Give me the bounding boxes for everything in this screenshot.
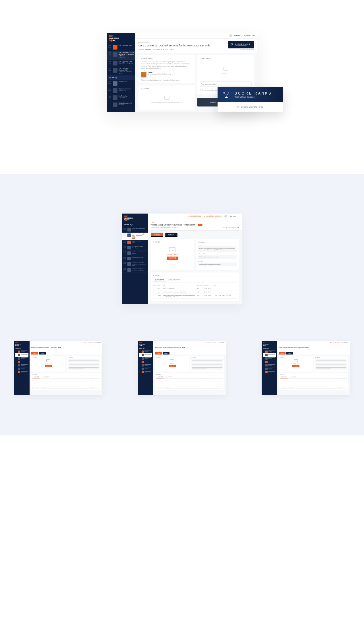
sidebar-item[interactable]: 16:4517:00 Core Commerce: Our Full Servi…: [122, 261, 148, 267]
sidebar-item[interactable]: 14:0014:05 Alibaba Group Strategy (New R…: [122, 233, 148, 240]
sidebar-item[interactable]: 17:1417:16 Core Commerce : Our Full Serv…: [107, 51, 135, 60]
sidebar-item[interactable]: 09:4310:05 Alibaba Cloud: [107, 80, 135, 87]
sidebar-item[interactable]: 14:3015:15 Maggie's Remarks - Maggie: [122, 240, 148, 245]
live-badge: Live: [198, 224, 202, 226]
sidebar-item[interactable]: 10:0510:50 Digital Entertainment- Pingka…: [107, 87, 135, 94]
username-label[interactable]: Username: [230, 216, 236, 217]
myscore-value: 123: [252, 35, 255, 36]
chevron-down-icon[interactable]: ▾: [239, 216, 239, 217]
sidebar-item[interactable]: 15:1515:20 Core Commerce: Tmall: [122, 256, 148, 261]
sidebar-scroll[interactable]: 15:1318:05 Core Commerce : Tmall 17:1417…: [107, 44, 135, 112]
question-item: Tomas 10:01Afmzhe jhdfhis a ,wukvizuhuvz…: [198, 245, 237, 252]
session-meta: Speaker: Jiang Fan Time: 15:45-16:15 Dat…: [138, 49, 254, 50]
sidebar-item[interactable]: 17:1317:16 Core Commerce : Panel – Brand…: [107, 60, 135, 67]
sidebar-item[interactable]: ——: [15, 370, 28, 374]
sidebar: 2017 INVESTOR D⬤AY 15:1318:05 Core Comme…: [107, 33, 135, 112]
food-icon: 🍽: [210, 101, 212, 103]
sidebar-item[interactable]: ——: [139, 367, 152, 370]
anonymous-checkbox[interactable]: Ask an anonymous question: [200, 89, 220, 91]
start-bigscreen-button[interactable]: 开始大屏幕: [167, 257, 178, 260]
col-name: 昵称: [157, 284, 162, 287]
sidebar-item[interactable]: ——: [15, 364, 28, 367]
callout-view-link[interactable]: ◎ Click to view the ranks: [218, 102, 283, 112]
open-questions-button[interactable]: 开放提问: [151, 233, 163, 237]
questions-table: 排序 昵称 问题 是否采纳 提问时间 操作 1 Eric This is a q…: [153, 284, 237, 299]
session-meta: Speaker: Daniel Time: 14:00-14:05 Date: …: [151, 227, 239, 228]
play-icon: [46, 359, 50, 362]
sidebar-item[interactable]: ——: [15, 360, 28, 364]
sidebar-item[interactable]: 15:1515:20 Core Commerce: Metric Forecas…: [122, 251, 148, 256]
sidebar-item[interactable]: ——: [15, 357, 28, 360]
sidebar-item[interactable]: 17:4518:05 Core Commerce : Discussion Q&…: [107, 67, 135, 76]
brief-speaker-card: ◎ Brief & Speaker Lorem ipsum dolor sit …: [138, 55, 195, 83]
avatar-icon[interactable]: [229, 34, 232, 37]
score-ranks-callout: SCORE RANKS Top 5 will win the prize ◎ C…: [218, 87, 283, 112]
card-header: ☰ 提问管理: [153, 275, 237, 276]
sidebar-item[interactable]: ——: [263, 360, 276, 364]
username-label[interactable]: Username: [234, 35, 240, 36]
op-link[interactable]: ↑ 置顶: [222, 295, 225, 296]
sidebar-item[interactable]: ——: [263, 367, 276, 370]
session-hero: < Live Alibaba Group Strategy (New Retai…: [148, 219, 242, 231]
col-question: 问题: [162, 284, 197, 287]
thumb-icon: [113, 88, 117, 93]
sidebar-item[interactable]: ——: [263, 370, 276, 374]
sidebar-item[interactable]: ——: [15, 367, 28, 370]
thumb-main: ⊕ ———⊕ ————Username ▾ < Live Alibaba Gro…: [30, 341, 102, 395]
sidebar-item[interactable]: ——: [139, 364, 152, 367]
sidebar-item[interactable]: 11:2812:30 Eco Technology- Jeff Zhang: [107, 94, 135, 101]
thumb-sidebar: 2017INVESTORD⬤AY June 8th, Day 1 —— —— —…: [138, 341, 153, 395]
thumb-icon: [113, 103, 117, 107]
sidebar-item[interactable]: ——: [139, 357, 152, 360]
op-link[interactable]: 永不采纳: [226, 295, 231, 296]
breadcrumb[interactable]: < Live: [151, 222, 239, 223]
thumbnail-2: 2017INVESTORD⬤AY June 8th, Day 1 —— —— —…: [138, 341, 226, 395]
op-link[interactable]: ↓ 下移: [218, 295, 221, 296]
sidebar-item[interactable]: 13:0013:10 Alibaba: An Ecosystem Beh... …: [122, 227, 148, 233]
sidebar-item[interactable]: ——: [15, 353, 28, 357]
sidebar-item[interactable]: 17:1517:45 Core Commerce: Panel – Brand …: [122, 267, 148, 273]
sidebar-item[interactable]: ——: [263, 357, 276, 360]
sidebar-item[interactable]: ——: [139, 353, 152, 357]
export-all-link[interactable]: ⊕ 导出全部提问数据: [188, 216, 201, 217]
session-hero: • Before begining Core Commerce: Our Ful…: [135, 39, 257, 53]
sidebar-item[interactable]: 15:1318:05 Core Commerce : Tmall: [107, 44, 135, 51]
thumb-sidebar: 2017INVESTORD⬤AY June 8th, Day 1 —— —— —…: [14, 341, 30, 395]
thumb-icon: [127, 241, 131, 244]
speaker-role: Chief Executive Officer of Alibaba Group: [148, 73, 193, 75]
thumbnail-3: 2017INVESTORD⬤AY June 8th, Day 1 —— —— —…: [262, 341, 350, 395]
logo-line2: D⬤AY: [109, 39, 133, 42]
col-ops: 操作: [213, 284, 237, 287]
op-link[interactable]: ↑ 上移: [214, 295, 217, 296]
col-time: 提问时间: [203, 284, 213, 287]
sidebar-item[interactable]: ——: [139, 350, 152, 353]
sidebar: 2017 INVESTOR D⬤AY June 8th, Day 1 13:00…: [122, 214, 148, 304]
banner-food[interactable]: 🍽Food: [210, 101, 216, 103]
col-order: 排序: [153, 284, 157, 287]
thumb-icon: [127, 246, 131, 249]
end-meeting-button[interactable]: 结束会议: [165, 233, 177, 237]
card-header: Ask a question: [202, 58, 211, 59]
thumb-icon: [113, 45, 117, 50]
thumb-icon: [127, 228, 131, 231]
section-admin-view: 2017 INVESTOR D⬤AY June 8th, Day 1 13:00…: [0, 174, 364, 435]
callout-banner[interactable]: SCORE RANKS Top 5 will win the prize: [218, 87, 283, 102]
sidebar-item[interactable]: ——: [139, 360, 152, 364]
sidebar-item[interactable]: ——: [263, 364, 276, 367]
sidebar-item[interactable]: ——: [15, 350, 28, 353]
sidebar-item[interactable]: ——: [263, 353, 276, 357]
sidebar-item[interactable]: Alibaba Ecosystem: Ant Financial: [107, 101, 135, 108]
avatar-icon[interactable]: [224, 215, 227, 218]
ask-input[interactable]: [200, 81, 252, 87]
subtab-order[interactable]: 大屏提问顺序管理: [166, 278, 182, 282]
ranks-hint-link[interactable]: ◎ Click to view the ranks: [240, 49, 254, 50]
qa-placeholder: Q&A for th: [200, 72, 252, 74]
sidebar-item[interactable]: 15:1515:20 BIG - Beneficial Maggie - Sha…: [122, 245, 148, 251]
score-ranks-badge[interactable]: SCORE RANKS Top 5 will win the prize: [228, 41, 254, 48]
subtab-accept[interactable]: 提问采纳管理: [153, 278, 166, 282]
sidebar-item[interactable]: ——: [139, 370, 152, 374]
export-presenter-link[interactable]: ⊕ 导出全部演示者提问数据: [204, 216, 222, 217]
sidebar-item[interactable]: ——: [263, 350, 276, 353]
thumb-icon: [127, 251, 131, 255]
thumb-sidebar: 2017INVESTORD⬤AY June 8th, Day 1 —— —— —…: [262, 341, 277, 395]
